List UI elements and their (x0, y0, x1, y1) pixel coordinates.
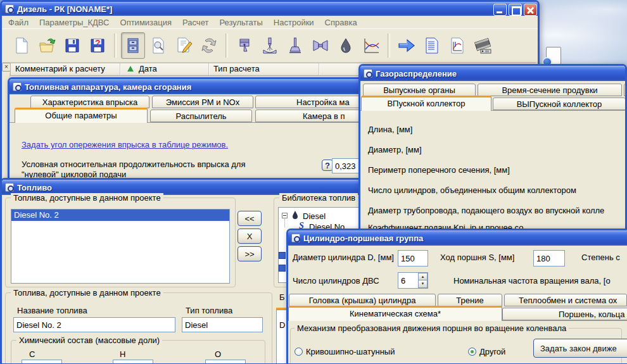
tab-piston-rings[interactable]: Поршень, кольца (502, 308, 627, 320)
spin-down-icon[interactable]: ▼ (418, 280, 428, 288)
remove-fuel-button[interactable]: X (238, 229, 262, 244)
injection-advance-link[interactable]: Задать угол опережения впрыска в таблице… (22, 140, 228, 149)
preview-button[interactable] (146, 32, 170, 59)
project-database-icon (124, 37, 142, 54)
tab-injection-characteristic[interactable]: Характеристика впрыска (30, 96, 149, 108)
tab-exhaust-manifold[interactable]: ВЫПускной коллектор (493, 97, 626, 110)
toolbar: ? (2, 29, 538, 63)
tree-collapse-icon[interactable] (282, 213, 288, 218)
injection-duration-label-line1: Условная относительная продолжительность… (22, 160, 245, 169)
refresh-button[interactable] (197, 32, 221, 59)
project-fuels-group-label: Топлива, доступные в данном проекте (11, 193, 163, 203)
toolbar-separator (225, 34, 228, 58)
edit-report-icon (175, 37, 193, 54)
performance-curves-button[interactable] (359, 32, 383, 59)
menu-results[interactable]: Результаты (219, 18, 262, 27)
app-icon (5, 4, 14, 13)
main-titlebar[interactable]: Дизель - РК [NONAME*] (2, 2, 538, 16)
menu-help[interactable]: Справка (325, 18, 357, 27)
turbocharger-button[interactable] (308, 32, 332, 59)
close-button[interactable] (524, 4, 537, 16)
move-to-library-button[interactable]: >> (238, 246, 262, 261)
valve-icon (286, 37, 304, 54)
open-file-button[interactable] (35, 32, 59, 59)
other-mechanism-radio[interactable] (468, 348, 476, 356)
injector-button[interactable] (258, 32, 282, 59)
menu-optimization[interactable]: Оптимизация (120, 18, 172, 27)
fuel-name-input[interactable] (13, 317, 175, 332)
save-as-icon: ? (89, 37, 106, 54)
diesel-drop-icon (291, 210, 299, 220)
minimize-button[interactable] (493, 4, 507, 16)
maximize-button[interactable] (509, 4, 522, 16)
report-icon (423, 37, 441, 54)
tab-fragment[interactable] (624, 84, 627, 96)
set-motion-law-button[interactable]: Задать закон движе (533, 339, 627, 358)
tab-exhaust-organs[interactable]: Выпускные органы (363, 84, 476, 96)
header-date-column[interactable]: Дата (120, 63, 209, 75)
menu-settings[interactable]: Настройки (274, 18, 314, 27)
save-button[interactable] (60, 32, 84, 59)
list-item-selected[interactable]: Diesel No. 2 (11, 210, 229, 221)
mechanism-group: Механизм преобразования движения поршня … (290, 328, 622, 364)
perimeter-label: Периметр поперечного сечения, [мм] (368, 165, 510, 175)
carbon-input[interactable] (22, 360, 62, 364)
menu-file[interactable]: Файл (8, 18, 28, 27)
refresh-icon (200, 37, 218, 54)
tab-kinematic-scheme[interactable]: Кинематическая схема* (288, 306, 502, 321)
toolbar-separator (114, 34, 117, 58)
cylinder-group-titlebar[interactable]: Цилиндро-поршневая группа (288, 230, 627, 246)
tab-intake-manifold[interactable]: ВПускной коллектор (361, 96, 491, 111)
header-comment-column[interactable]: Комментарий к расчету (11, 63, 120, 75)
cylinder-count-label: Число цилиндров ДВС (293, 276, 379, 286)
fuel-drop-button[interactable] (334, 32, 358, 59)
report-button[interactable] (420, 32, 444, 59)
tab-cylinder-head[interactable]: Головка (крышка) цилиндра (289, 294, 436, 306)
run-calculation-button[interactable] (395, 32, 419, 59)
animation-button[interactable] (471, 32, 495, 59)
tab-friction[interactable]: Трение (438, 294, 502, 306)
valve-button[interactable] (283, 32, 307, 59)
chemical-composition-label: Химический состав (массовые доли) (16, 336, 162, 345)
save-as-button[interactable]: ? (86, 32, 110, 59)
bore-label: Диаметр цилиндра D, [мм] (293, 253, 394, 262)
cylinder-group-window: Цилиндро-поршневая группа Диаметр цилинд… (286, 229, 627, 364)
piston-button[interactable] (232, 32, 256, 59)
spin-up-icon[interactable]: ▲ (418, 273, 428, 280)
oxygen-input[interactable] (205, 360, 246, 364)
tab-heat-exchange[interactable]: Теплообмен и система ох (504, 294, 627, 306)
stroke-input[interactable] (533, 250, 565, 267)
project-database-button[interactable] (121, 32, 145, 59)
sort-ascending-icon (127, 66, 134, 72)
window-icon (13, 82, 22, 91)
menu-calculation[interactable]: Расчет (182, 18, 208, 27)
cylinders-common-manifold-label: Число цилиндров, объединенных общим колл… (368, 185, 576, 195)
length-label: Длина, [мм] (368, 125, 412, 134)
tab-atomizer[interactable]: Распылитель (150, 110, 252, 122)
bore-input[interactable] (398, 250, 428, 267)
project-fuels-group: Топлива, доступные в данном проекте Dies… (5, 198, 236, 287)
tree-node-diesel[interactable]: Diesel (303, 211, 326, 221)
edit-report-button[interactable] (172, 32, 196, 59)
crank-mechanism-radio[interactable] (294, 348, 303, 356)
gas-exchange-titlebar[interactable]: Газораспределение (360, 66, 625, 81)
panel-close-button[interactable]: × (2, 63, 11, 72)
library-group-fragment-label: Б (279, 292, 285, 302)
new-file-button[interactable] (10, 32, 34, 59)
fuel-type-input[interactable] (182, 317, 263, 332)
hydrogen-input[interactable] (113, 360, 153, 364)
tab-time-section[interactable]: Время-сечение продувки (478, 84, 622, 96)
stroke-label: Ход поршня S, [мм] (440, 253, 514, 262)
results-charts-button[interactable] (445, 32, 469, 59)
tab-common-parameters[interactable]: Общие параметры (15, 108, 148, 123)
move-to-project-button[interactable]: << (238, 211, 262, 226)
oxygen-label: O (215, 349, 221, 359)
mechanism-group-label: Механизм преобразования движения поршня … (294, 323, 569, 333)
menu-engine-params[interactable]: Параметры_КДВС (39, 18, 110, 27)
header-type-column[interactable]: Тип расчета (209, 63, 319, 75)
tree-connector (284, 219, 285, 227)
cylinder-group-title: Цилиндро-поршневая группа (303, 234, 423, 243)
performance-curves-icon (362, 37, 380, 54)
project-fuels-list[interactable]: Diesel No. 2 (11, 209, 230, 284)
tab-pm-nox-emission[interactable]: Эмиссия PM и NOx (152, 96, 253, 108)
